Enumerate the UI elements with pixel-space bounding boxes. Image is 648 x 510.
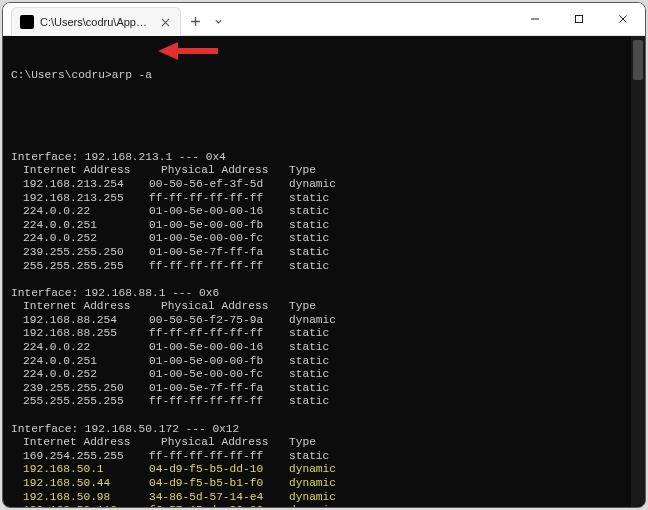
interface-header: Interface: 192.168.213.1 --- 0x4 — [11, 151, 637, 165]
minimize-button[interactable] — [513, 3, 557, 35]
tab-dropdown-button[interactable] — [209, 7, 227, 35]
arp-row: 192.168.50.104-d9-f5-b5-dd-10dynamic — [11, 463, 637, 477]
arp-row: 255.255.255.255ff-ff-ff-ff-ff-ffstatic — [11, 260, 637, 274]
close-button[interactable] — [601, 3, 645, 35]
interface-header: Interface: 192.168.88.1 --- 0x6 — [11, 287, 637, 301]
arp-row: 192.168.213.255ff-ff-ff-ff-ff-ffstatic — [11, 192, 637, 206]
arp-row: 169.254.255.255ff-ff-ff-ff-ff-ffstatic — [11, 450, 637, 464]
arp-output: Interface: 192.168.213.1 --- 0x4Internet… — [11, 151, 637, 507]
arp-row: 224.0.0.25101-00-5e-00-00-fbstatic — [11, 219, 637, 233]
arp-row: 239.255.255.25001-00-5e-7f-ff-fastatic — [11, 246, 637, 260]
tab-close-icon[interactable] — [158, 15, 172, 29]
arp-row: 192.168.50.112f6-57-15-de-20-80dynamic — [11, 504, 637, 507]
tab-active[interactable]: C:\Users\codru\AppData\Roa — [11, 7, 181, 36]
prompt-line: C:\Users\codru>arp -a — [11, 69, 637, 83]
arp-row: 224.0.0.2201-00-5e-00-00-16static — [11, 205, 637, 219]
arp-row: 224.0.0.25201-00-5e-00-00-fcstatic — [11, 232, 637, 246]
tab-title: C:\Users\codru\AppData\Roa — [40, 16, 152, 28]
columns-header: Internet AddressPhysical AddressType — [11, 300, 637, 314]
arp-row: 192.168.213.25400-50-56-ef-3f-5ddynamic — [11, 178, 637, 192]
svg-rect-0 — [576, 16, 583, 23]
arp-row: 192.168.88.255ff-ff-ff-ff-ff-ffstatic — [11, 327, 637, 341]
terminal-window: C:\Users\codru\AppData\Roa C:\Users\codr… — [2, 2, 646, 508]
tab-favicon — [20, 15, 34, 29]
scrollbar-thumb[interactable] — [633, 40, 643, 80]
titlebar[interactable]: C:\Users\codru\AppData\Roa — [3, 3, 645, 36]
arp-row: 192.168.50.9834-86-5d-57-14-e4dynamic — [11, 491, 637, 505]
arp-row: 192.168.50.4404-d9-f5-b5-b1-f0dynamic — [11, 477, 637, 491]
arp-row: 224.0.0.2201-00-5e-00-00-16static — [11, 341, 637, 355]
terminal-body[interactable]: C:\Users\codru>arp -a Interface: 192.168… — [3, 36, 645, 507]
command-text: arp -a — [112, 69, 152, 81]
interface-header: Interface: 192.168.50.172 --- 0x12 — [11, 423, 637, 437]
arp-row: 224.0.0.25101-00-5e-00-00-fbstatic — [11, 355, 637, 369]
new-tab-button[interactable] — [181, 7, 209, 35]
arp-row: 255.255.255.255ff-ff-ff-ff-ff-ffstatic — [11, 395, 637, 409]
arp-row: 239.255.255.25001-00-5e-7f-ff-fastatic — [11, 382, 637, 396]
arp-row: 224.0.0.25201-00-5e-00-00-fcstatic — [11, 368, 637, 382]
columns-header: Internet AddressPhysical AddressType — [11, 436, 637, 450]
maximize-button[interactable] — [557, 3, 601, 35]
scrollbar[interactable] — [631, 36, 645, 507]
arp-row: 192.168.88.25400-50-56-f2-75-9adynamic — [11, 314, 637, 328]
columns-header: Internet AddressPhysical AddressType — [11, 164, 637, 178]
